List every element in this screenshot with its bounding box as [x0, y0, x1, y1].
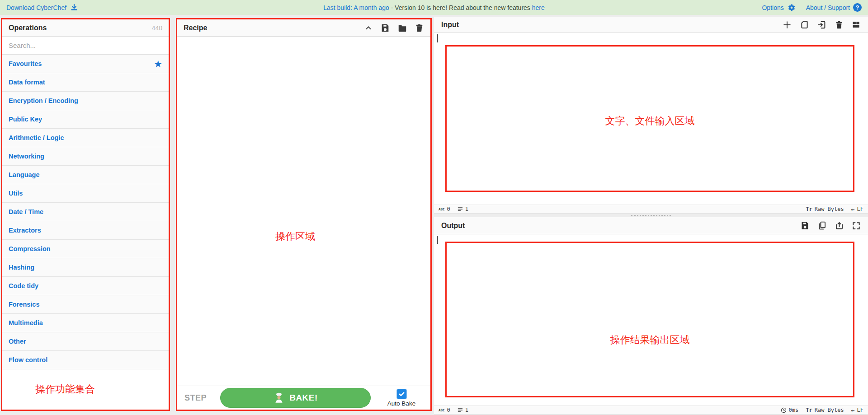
bake-button[interactable]: BAKE! — [220, 388, 371, 408]
category-item[interactable]: Public Key — [2, 110, 169, 129]
recipe-header: Recipe — [177, 19, 430, 37]
input-annotation: 文字、文件输入区域 — [447, 114, 853, 128]
category-item[interactable]: Multimedia — [2, 314, 169, 332]
category-label: Arithmetic / Logic — [9, 134, 64, 141]
line-ending-arrow-icon: ← — [851, 407, 855, 414]
output-char-count: 0 — [447, 407, 450, 413]
options-button[interactable]: Options — [762, 3, 796, 12]
recipe-panel: Recipe 操作区域 STEP — [176, 18, 432, 411]
bake-time-clock-icon — [781, 407, 787, 413]
category-item[interactable]: Other — [2, 332, 169, 351]
save-recipe-icon[interactable] — [380, 23, 390, 33]
download-cyberchef-link[interactable]: Download CyberChef — [6, 4, 66, 11]
category-item[interactable]: Data format — [2, 73, 169, 92]
output-line-count: 1 — [465, 407, 468, 413]
output-area[interactable]: 操作结果输出区域 — [434, 234, 868, 406]
open-file-as-input-icon[interactable] — [800, 20, 809, 29]
about-support-button[interactable]: About / Support ? — [806, 3, 862, 12]
category-label: Code tidy — [9, 282, 38, 289]
operations-header: Operations 440 — [2, 19, 169, 37]
category-item[interactable]: Extractors — [2, 221, 169, 240]
search-input[interactable] — [2, 42, 169, 49]
input-header: Input — [434, 17, 868, 33]
category-item[interactable]: Code tidy — [2, 277, 169, 295]
input-line-ending-toggle[interactable]: ← LF — [851, 206, 863, 213]
build-notice-text: - Version 10 is here! Read about the new… — [389, 4, 532, 11]
download-icon[interactable] — [70, 3, 79, 12]
category-item[interactable]: Flow control — [2, 351, 169, 369]
category-list: Favourites ★ Data format Encryption / En… — [2, 55, 169, 369]
category-item[interactable]: Compression — [2, 240, 169, 258]
line-count-icon — [458, 206, 463, 212]
input-encoding-toggle[interactable]: Tr Raw Bytes — [806, 206, 844, 212]
auto-bake-checkbox[interactable] — [397, 389, 406, 399]
line-ending-arrow-icon: ← — [851, 206, 855, 213]
bake-time-value: 0ms — [789, 407, 799, 413]
output-line-ending-toggle[interactable]: ← LF — [851, 407, 863, 414]
build-notice: Last build: A month ago - Version 10 is … — [259, 4, 609, 11]
maximize-output-icon[interactable] — [852, 221, 861, 230]
options-label[interactable]: Options — [762, 4, 783, 11]
category-label: Compression — [9, 245, 51, 252]
clear-input-trash-icon[interactable] — [835, 20, 844, 29]
category-item[interactable]: Forensics — [2, 295, 169, 314]
recipe-annotation: 操作区域 — [177, 230, 430, 243]
output-encoding-toggle[interactable]: Tr Raw Bytes — [806, 407, 844, 413]
open-folder-as-input-icon[interactable] — [817, 20, 827, 30]
input-title: Input — [441, 21, 459, 29]
recipe-title: Recipe — [184, 24, 207, 32]
add-input-tab-icon[interactable] — [782, 20, 792, 30]
category-item[interactable]: Networking — [2, 147, 169, 166]
category-item[interactable]: Favourites ★ — [2, 55, 169, 73]
output-title: Output — [441, 222, 465, 230]
output-header: Output — [434, 217, 868, 234]
recipe-controls: STEP BAKE! Auto Bake — [177, 386, 430, 410]
input-layout-grid-icon[interactable] — [851, 20, 861, 29]
category-item[interactable]: Utils — [2, 184, 169, 203]
category-item[interactable]: Hashing — [2, 258, 169, 277]
save-output-icon[interactable] — [800, 221, 810, 230]
category-label: Extractors — [9, 227, 41, 234]
category-label: Flow control — [9, 356, 47, 364]
splitter-handle-icon[interactable] — [631, 215, 671, 216]
input-line-count: 1 — [465, 206, 468, 212]
input-char-count: 0 — [447, 206, 450, 212]
step-button[interactable]: STEP — [184, 393, 207, 403]
category-item[interactable]: Encryption / Encoding — [2, 92, 169, 110]
clear-recipe-trash-icon[interactable] — [415, 23, 424, 33]
char-count-icon: ABC — [439, 207, 445, 211]
category-label: Date / Time — [9, 208, 43, 215]
output-status-bar: ABC 0 1 0ms Tr Raw Bytes ← LF — [434, 406, 868, 415]
collapse-recipe-icon[interactable] — [364, 23, 373, 33]
input-annotation-box: 文字、文件输入区域 — [445, 45, 854, 192]
category-item[interactable]: Date / Time — [2, 203, 169, 221]
search-bar — [2, 37, 169, 55]
category-label: Utils — [9, 190, 23, 197]
open-output-in-new-icon[interactable] — [835, 221, 844, 230]
line-count-icon — [458, 407, 463, 413]
category-label: Encryption / Encoding — [9, 97, 78, 104]
input-encoding-value: Raw Bytes — [815, 206, 844, 212]
category-item[interactable]: Arithmetic / Logic — [2, 129, 169, 147]
gear-icon[interactable] — [787, 3, 796, 12]
operations-panel: Operations 440 Favourites ★ Data format … — [1, 18, 170, 411]
about-support-label[interactable]: About / Support — [806, 4, 850, 11]
output-encoding-value: Raw Bytes — [815, 407, 844, 413]
help-icon[interactable]: ? — [853, 3, 862, 12]
input-line-ending-value: LF — [857, 206, 863, 212]
copy-output-icon[interactable] — [817, 221, 827, 230]
input-textarea[interactable]: 文字、文件输入区域 — [434, 33, 868, 205]
load-recipe-folder-icon[interactable] — [397, 23, 407, 33]
new-features-here-link[interactable]: here — [532, 4, 545, 11]
category-label: Networking — [9, 153, 44, 160]
favourites-star-icon[interactable]: ★ — [154, 59, 162, 69]
input-caret — [437, 34, 438, 42]
category-label: Public Key — [9, 116, 42, 123]
operations-title: Operations — [9, 24, 47, 32]
recipe-drop-area[interactable]: 操作区域 — [177, 37, 430, 386]
output-line-ending-value: LF — [857, 407, 863, 413]
operations-annotation: 操作功能集合 — [35, 382, 95, 396]
input-output-splitter[interactable] — [434, 214, 868, 217]
category-item[interactable]: Language — [2, 166, 169, 184]
last-build-link[interactable]: Last build: A month ago — [323, 4, 389, 11]
